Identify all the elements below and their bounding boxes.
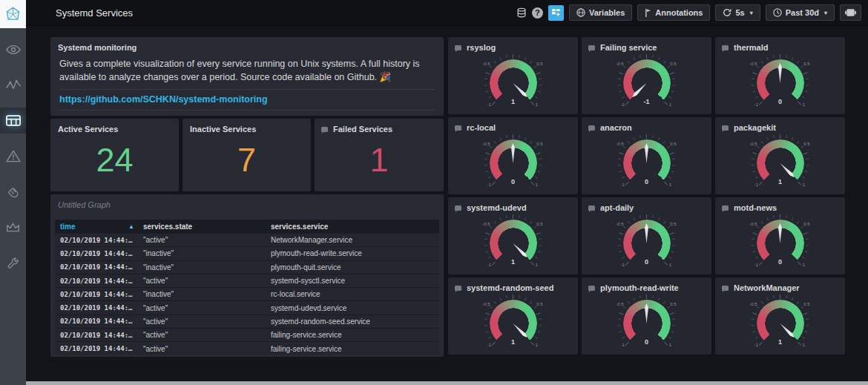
gauge-panel-title-row[interactable]: systemd-random-seed xyxy=(448,277,578,292)
gauge-title: rc-local xyxy=(467,123,496,132)
stat-panel-title[interactable]: Inactive Services xyxy=(183,119,311,134)
stat-panel-title[interactable]: Active Services xyxy=(50,119,179,134)
gauge-threshold-low-label: -0.5 xyxy=(612,142,628,146)
gauge-threshold-high-label: 0.5 xyxy=(532,302,548,306)
column-header-time[interactable]: time ▲ xyxy=(55,223,138,231)
table-row: 02/10/2019 14:44:… "active" failing-serv… xyxy=(55,329,439,342)
gauge-value: 0 xyxy=(611,338,683,346)
github-link[interactable]: https://github.com/SCHKN/systemd-monitor… xyxy=(50,90,444,105)
gauge-threshold-high-label: 0.5 xyxy=(532,222,548,226)
gauge-title: systemd-random-seed xyxy=(467,283,553,292)
gauge: -1 -0.5 0.5 1 1 xyxy=(478,53,549,113)
gauge-panel-title-row[interactable]: packagekit xyxy=(715,117,845,132)
sidebar-item-eye[interactable] xyxy=(0,36,26,62)
gauge: -1 -0.5 0.5 1 1 xyxy=(745,294,816,353)
globe-icon xyxy=(576,8,585,17)
cell-service: plymouth-quit.service xyxy=(266,263,439,272)
gauge-panel-title-row[interactable]: systemd-udevd xyxy=(448,197,578,212)
gauge-threshold-low-label: -0.5 xyxy=(746,142,762,146)
grafana-dashboard: Systemd Services ? Variables Annotations… xyxy=(0,0,868,385)
cell-time: 02/10/2019 14:44:… xyxy=(55,263,138,271)
cell-state: "active" xyxy=(138,304,266,312)
gauge-threshold-low-label: -0.5 xyxy=(479,142,495,146)
cell-state: "active" xyxy=(138,331,266,339)
table-panel-title[interactable]: Untitled Graph xyxy=(50,194,444,209)
gauge-panel-title-row[interactable]: apt-daily xyxy=(582,197,711,212)
stat-panel-active-services: Active Services 24 xyxy=(50,119,179,191)
gauge-panel: rsyslog -1 -0.5 0.5 1 1 xyxy=(448,37,578,114)
cell-time: 02/10/2019 14:44:… xyxy=(55,277,138,285)
cell-time: 02/10/2019 14:44:… xyxy=(55,317,138,325)
gauge-threshold-high-label: 0.5 xyxy=(799,302,815,306)
sidebar-item-hand[interactable] xyxy=(0,179,26,205)
sort-asc-icon: ▲ xyxy=(128,223,134,230)
gauge-panel-title-row[interactable]: rsyslog xyxy=(448,37,578,52)
annotations-label: Annotations xyxy=(655,8,703,17)
table-row: 02/10/2019 14:44:… "inactive" plymouth-q… xyxy=(55,261,439,274)
toolbar: ? Variables Annotations 5s ▾ Past 30d ▾ xyxy=(516,4,868,21)
cell-time: 02/10/2019 14:44:… xyxy=(55,237,138,244)
time-range-label: Past 30d xyxy=(786,8,819,17)
stat-panel-title-row[interactable]: Failed Services xyxy=(315,119,444,134)
stat-panel-failed-services: Failed Services 1 xyxy=(315,119,444,191)
panel-info-icon xyxy=(722,125,729,131)
help-icon[interactable]: ? xyxy=(532,7,543,19)
gauge-threshold-low-label: -0.5 xyxy=(612,222,628,226)
database-icon[interactable] xyxy=(516,7,527,19)
stat-value: 7 xyxy=(183,139,311,181)
gauge-panel-title-row[interactable]: NetworkManager xyxy=(715,277,845,292)
sidebar xyxy=(0,0,26,385)
cycle-view-button[interactable] xyxy=(840,4,861,21)
gauge-title: motd-news xyxy=(734,203,777,212)
clock-icon xyxy=(773,8,782,17)
refresh-button[interactable]: 5s ▾ xyxy=(715,4,760,21)
table-row: 02/10/2019 14:44:… "active" systemd-udev… xyxy=(55,301,439,315)
crown-icon xyxy=(6,222,20,233)
cell-state: "inactive" xyxy=(138,263,266,272)
gauge-panel-title-row[interactable]: motd-news xyxy=(715,197,845,212)
column-header-service[interactable]: services.service xyxy=(266,223,439,231)
logo-icon xyxy=(4,6,22,23)
cell-service: failing-service.service xyxy=(266,345,439,353)
gauge-panel-title-row[interactable]: anacron xyxy=(582,117,711,132)
sidebar-item-activity[interactable] xyxy=(0,72,26,98)
column-header-state[interactable]: services.state xyxy=(138,223,266,231)
gauge-threshold-high-label: 0.5 xyxy=(532,62,548,66)
horizontal-scrollbar[interactable] xyxy=(26,381,868,385)
gauge-title: packagekit xyxy=(734,123,776,132)
sidebar-item-crown[interactable] xyxy=(0,214,26,240)
gauge-panel-title-row[interactable]: Failing service xyxy=(582,37,711,52)
divider xyxy=(59,110,435,111)
gauge-panel-title-row[interactable]: rc-local xyxy=(448,117,578,132)
table-row: 02/10/2019 14:44:… "inactive" plymouth-r… xyxy=(55,247,439,260)
add-panel-button[interactable] xyxy=(548,5,564,21)
refresh-interval-label: 5s xyxy=(735,8,744,17)
grafana-logo[interactable] xyxy=(0,0,26,28)
hand-icon xyxy=(7,186,20,198)
text-panel-title[interactable]: Systemd monitoring xyxy=(50,37,444,52)
table-header: time ▲ services.state services.service xyxy=(55,220,439,234)
gauge-threshold-low-label: -0.5 xyxy=(612,302,628,306)
gauge-title: rsyslog xyxy=(467,43,496,52)
sidebar-item-dashboards[interactable] xyxy=(0,108,26,134)
gauge-panel: plymouth-read-write -1 -0.5 0.5 1 0 xyxy=(582,277,711,355)
variables-button[interactable]: Variables xyxy=(569,4,632,21)
caret-down-icon: ▾ xyxy=(824,10,827,16)
sidebar-item-alerting[interactable] xyxy=(0,143,26,169)
sidebar-item-settings[interactable] xyxy=(0,250,26,276)
gauge-value: 0 xyxy=(745,258,816,266)
refresh-icon xyxy=(723,8,731,17)
gauge-value: 1 xyxy=(745,178,816,185)
cell-service: rc-local.service xyxy=(266,290,439,298)
time-range-button[interactable]: Past 30d ▾ xyxy=(766,4,835,21)
gauge-threshold-high-label: 0.5 xyxy=(799,222,815,226)
table-row: 02/10/2019 14:44:… "active" systemd-rand… xyxy=(55,315,439,329)
annotations-button[interactable]: Annotations xyxy=(637,4,710,21)
gauge-threshold-low-label: -0.5 xyxy=(612,62,628,66)
gauge-panel: apt-daily -1 -0.5 0.5 1 0 xyxy=(582,197,711,274)
stat-panel-title: Failed Services xyxy=(333,125,392,134)
gauge-title: apt-daily xyxy=(600,203,634,212)
gauge-panel-title-row[interactable]: plymouth-read-write xyxy=(582,277,711,292)
gauge-panel: systemd-random-seed -1 -0.5 0.5 1 1 xyxy=(448,277,578,355)
gauge-panel-title-row[interactable]: thermald xyxy=(715,37,845,52)
